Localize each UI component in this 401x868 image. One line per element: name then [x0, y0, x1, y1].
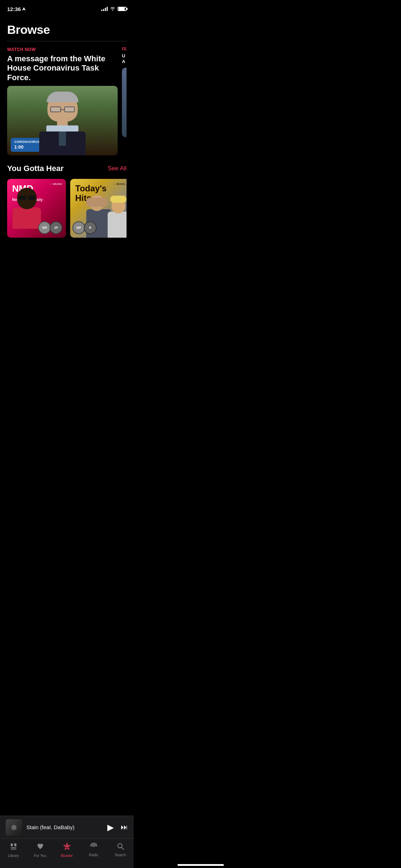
nmd-artist-bubbles: DR JP	[40, 221, 62, 234]
hits-bubble-1: MP	[72, 221, 85, 234]
secondary-title: UA	[122, 53, 127, 64]
playlist-row: ♪ MUSIC NMD New Music Daily	[7, 179, 127, 238]
wifi-icon	[110, 6, 115, 12]
apple-music-badge-nmd: ♪ MUSIC	[50, 182, 62, 186]
nmd-artist-figure	[9, 188, 45, 227]
svg-marker-0	[22, 7, 26, 11]
artist-bubble-1: DR	[38, 221, 51, 234]
featured-card-main[interactable]: WATCH NOW A message from the White House…	[7, 47, 118, 155]
hits-artist-bubbles: MP R	[74, 221, 97, 234]
apple-music-badge-hits: ♪ MUSIC	[113, 182, 125, 186]
apple-music-label: MUSIC	[53, 182, 62, 186]
secondary-label: FE	[122, 47, 127, 51]
playlist-card-hits[interactable]: ♪ MUSIC Today'sHits	[70, 179, 127, 238]
playlist-card-nmd[interactable]: ♪ MUSIC NMD New Music Daily	[7, 179, 66, 238]
featured-card-secondary[interactable]: FE UA	[122, 47, 127, 155]
section-header: You Gotta Hear See All	[7, 164, 127, 173]
status-icons	[101, 6, 127, 12]
page-header: Browse	[0, 16, 134, 41]
secondary-thumbnail	[122, 68, 127, 137]
featured-section: WATCH NOW A message from the White House…	[0, 41, 134, 155]
svg-point-1	[112, 10, 113, 10]
see-all-button[interactable]: See All	[108, 165, 127, 172]
status-bar: 12:36	[0, 0, 134, 16]
section-title: You Gotta Hear	[7, 164, 64, 173]
location-icon	[22, 7, 26, 11]
signal-icon	[101, 7, 108, 11]
artist-bubble-2: JP	[50, 221, 62, 234]
apple-music-label-hits: MUSIC	[116, 182, 125, 186]
featured-card-title: A message from the White House Coronavir…	[7, 54, 118, 82]
page-title: Browse	[7, 23, 127, 37]
featured-video-thumbnail[interactable]: CORONAVIRUS.GOV 1:00	[7, 86, 118, 155]
featured-cards-row: WATCH NOW A message from the White House…	[7, 47, 127, 155]
battery-icon	[118, 7, 127, 11]
status-time: 12:36	[7, 6, 26, 12]
featured-card-label: WATCH NOW	[7, 47, 118, 52]
hits-bubble-2: R	[84, 221, 97, 234]
you-gotta-hear-section: You Gotta Hear See All ♪ MUSIC NMD New M…	[0, 155, 134, 243]
